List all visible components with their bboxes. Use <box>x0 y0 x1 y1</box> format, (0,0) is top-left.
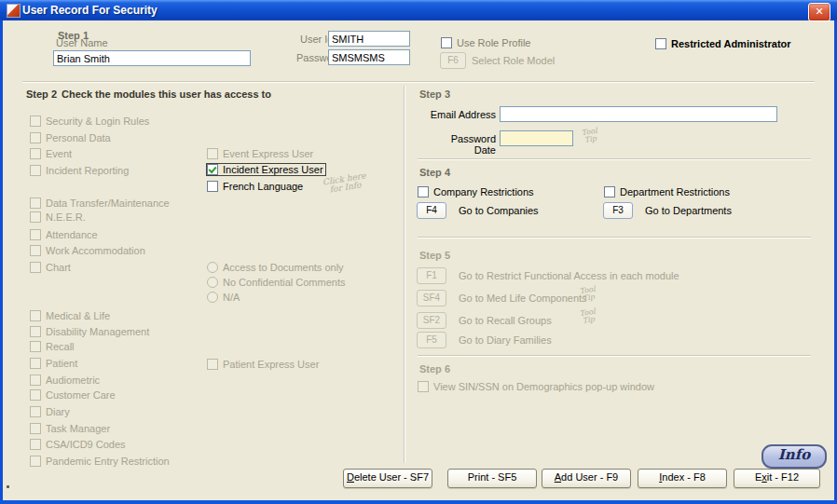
restricted-administrator-label: Restricted Administrator <box>671 38 791 49</box>
use-role-profile-row: Use Role Profile <box>441 37 530 48</box>
step5-header: Step 5 <box>419 250 450 261</box>
module-checkbox <box>30 132 41 143</box>
module-label: Patient <box>46 358 77 369</box>
med-life-components-label: Go to Med Life Components <box>459 293 587 304</box>
view-sin-ssn-checkbox <box>418 381 429 392</box>
go-to-companies-label: Go to Companies <box>459 205 539 216</box>
module-row: Data Transfer/Maintenance <box>30 198 170 209</box>
module-row: Attendance <box>30 229 98 240</box>
access-to-documents-only-label: Access to Documents only <box>223 262 344 273</box>
french-language-checkbox[interactable] <box>207 181 218 192</box>
no-confidential-comments-radio <box>207 277 218 288</box>
vertical-divider <box>404 86 405 463</box>
password-input[interactable] <box>328 49 410 65</box>
use-role-profile-label: Use Role Profile <box>457 37 530 48</box>
module-label: Medical & Life <box>46 310 110 321</box>
department-restrictions-checkbox[interactable] <box>604 186 615 198</box>
module-label: Disability Management <box>46 326 149 337</box>
module-label: Event <box>46 148 72 159</box>
module-row: Incident Reporting <box>30 165 129 176</box>
print-button[interactable]: Print - SF5 <box>447 469 537 488</box>
module-checkbox <box>30 148 41 159</box>
na-label: N/A <box>223 292 240 303</box>
step2-heading: Check the modules this user has access t… <box>62 89 271 100</box>
index-button[interactable]: Index - F8 <box>638 469 727 488</box>
window-border <box>0 500 837 504</box>
view-sin-ssn-row: View SIN/SSN on Demographics pop-up wind… <box>418 381 654 392</box>
select-role-model-label: Select Role Model <box>472 55 555 66</box>
na-row: N/A <box>207 292 240 303</box>
module-checkbox <box>30 456 41 467</box>
step2-header: Step 2 <box>26 89 57 100</box>
no-confidential-comments-label: No Confidential Comments <box>223 277 345 288</box>
restrict-functional-access-button: F1 <box>417 267 446 284</box>
incident-express-user-checkbox[interactable] <box>207 164 218 175</box>
med-life-components-button: SF4 <box>417 290 446 306</box>
module-checkbox <box>30 375 41 386</box>
diary-families-button: F5 <box>417 332 446 348</box>
department-restrictions-label: Department Restrictions <box>620 186 730 198</box>
checkmark-icon <box>208 165 216 173</box>
module-checkbox <box>30 406 41 417</box>
patient-express-user-label: Patient Express User <box>223 359 319 370</box>
go-to-departments-button[interactable]: F3 <box>603 202 633 219</box>
use-role-profile-checkbox[interactable] <box>441 37 452 48</box>
incident-express-user-row: Incident Express User <box>207 164 325 175</box>
step6-header: Step 6 <box>419 363 450 375</box>
close-button[interactable]: ✕ <box>808 3 830 21</box>
department-restrictions-row: Department Restrictions <box>604 186 730 198</box>
access-to-documents-only-radio <box>207 262 218 273</box>
company-restrictions-row: Company Restrictions <box>418 186 534 198</box>
password-date-input[interactable] <box>500 130 573 146</box>
dialog-user-record-for-security: User Record For Security ✕ Step 1 User N… <box>0 0 837 504</box>
module-row: Patient <box>30 358 77 369</box>
module-row: Chart <box>30 262 71 273</box>
incident-express-user-label: Incident Express User <box>223 164 323 175</box>
module-label: N.E.E.R. <box>46 211 86 223</box>
email-address-input[interactable] <box>500 106 777 122</box>
module-label: Diary <box>46 406 70 417</box>
french-language-label: French Language <box>223 181 303 192</box>
event-express-user-row: Event Express User <box>207 148 313 159</box>
step4-header: Step 4 <box>419 167 450 178</box>
diary-families-label: Go to Diary Families <box>459 334 552 346</box>
password-date-tooltip-note: Tool Tip <box>575 127 605 145</box>
separator <box>418 237 811 238</box>
add-user-button[interactable]: Add User - F9 <box>542 469 631 488</box>
recall-groups-tooltip-note: Tool Tip <box>573 307 603 326</box>
info-button[interactable]: Info <box>762 444 827 469</box>
company-restrictions-checkbox[interactable] <box>418 186 429 198</box>
module-label: Data Transfer/Maintenance <box>46 198 170 209</box>
module-label: Task Manager <box>46 423 110 434</box>
module-row: N.E.E.R. <box>30 211 86 223</box>
restricted-administrator-row: Restricted Administrator <box>655 38 791 49</box>
user-id-input[interactable] <box>328 31 410 47</box>
user-name-input[interactable] <box>53 50 251 66</box>
module-checkbox <box>30 326 41 337</box>
module-row: Personal Data <box>30 132 111 143</box>
module-label: Customer Care <box>46 389 116 401</box>
module-label: Attendance <box>46 229 98 240</box>
module-row: Recall <box>30 341 75 352</box>
module-row: Disability Management <box>30 326 149 337</box>
restricted-administrator-checkbox[interactable] <box>655 38 666 49</box>
module-row: Event <box>30 148 72 159</box>
module-row: Pandemic Entry Restriction <box>30 456 170 467</box>
separator <box>22 81 815 83</box>
event-express-user-label: Event Express User <box>223 148 313 159</box>
module-row: Customer Care <box>30 389 116 401</box>
go-to-departments-label: Go to Departments <box>645 205 732 216</box>
separator <box>418 158 811 160</box>
module-checkbox <box>30 211 41 223</box>
exit-button[interactable]: Exit - F12 <box>734 469 820 488</box>
patient-express-user-row: Patient Express User <box>207 359 319 370</box>
go-to-companies-button[interactable]: F4 <box>417 202 446 219</box>
module-label: Work Accommodation <box>46 245 145 256</box>
module-checkbox <box>30 358 41 369</box>
stray-mark <box>7 485 9 488</box>
module-row: Security & Login Rules <box>30 116 149 127</box>
delete-user-button[interactable]: Delete User - SF7 <box>343 469 432 488</box>
module-checkbox <box>30 262 41 273</box>
password-date-label: Password Date <box>427 133 496 156</box>
company-restrictions-label: Company Restrictions <box>433 186 534 198</box>
